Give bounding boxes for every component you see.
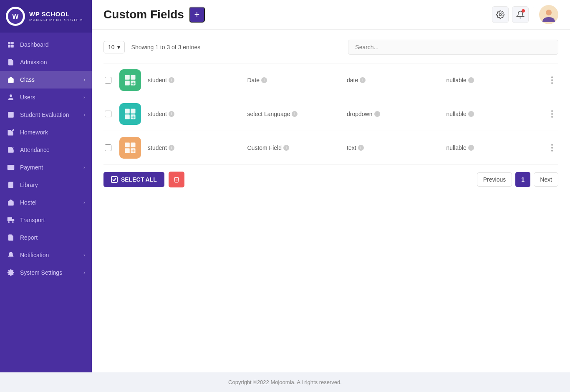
row-field-type-1: date i (347, 77, 440, 83)
chevron-right-icon: › (83, 112, 85, 118)
sidebar-item-system-settings[interactable]: System Settings › (0, 264, 92, 281)
copyright-text: Copyright ©2022 Mojoomla. All rights res… (228, 379, 342, 385)
select-all-button[interactable]: SELECT ALL (103, 172, 164, 187)
hostel-icon (7, 198, 15, 207)
field-name-value-1: Date (247, 77, 260, 83)
main-panel: Custom Fields + (92, 0, 570, 372)
sidebar-item-label: Users (20, 94, 78, 101)
row-menu-button-3[interactable] (551, 144, 553, 152)
checkbox-3[interactable] (105, 144, 111, 151)
search-box (348, 40, 558, 55)
svg-rect-28 (125, 109, 130, 114)
settings-button[interactable] (492, 6, 509, 23)
sidebar-item-homework[interactable]: Homework (0, 124, 92, 141)
report-icon (7, 233, 15, 242)
nullable-value-1: nullable (446, 77, 467, 83)
homework-icon (7, 128, 15, 137)
info-icon: i (468, 77, 474, 83)
sidebar-item-label: System Settings (20, 269, 78, 276)
row-field-name-2: select Language i (247, 111, 340, 117)
search-input[interactable] (348, 40, 558, 55)
admission-icon (7, 58, 15, 66)
row-nullable-2: nullable i (446, 111, 540, 117)
sidebar-item-student-evaluation[interactable]: Student Evaluation › (0, 106, 92, 124)
row-checkbox-1[interactable] (103, 77, 113, 83)
info-icon: i (360, 77, 366, 83)
sidebar: W WP SCHOOL MANAGEMENT SYSTEM Dashboard … (0, 0, 92, 372)
next-button[interactable]: Next (534, 172, 558, 187)
svg-rect-34 (125, 143, 130, 147)
checkbox-2[interactable] (105, 111, 111, 117)
users-icon (7, 93, 15, 101)
row-checkbox-2[interactable] (103, 111, 113, 117)
field-type-value-3: text (347, 144, 356, 151)
add-custom-field-button[interactable]: + (189, 7, 205, 23)
table-row: student i Custom Field i text i (103, 131, 558, 165)
svg-rect-35 (131, 143, 135, 147)
entries-info: Showing 1 to 3 of 3 entries (131, 44, 342, 51)
brand-name: WP SCHOOL MANAGEMENT SYSTEM (29, 10, 83, 23)
gear-icon (496, 10, 504, 19)
svg-rect-10 (8, 165, 15, 170)
row-actions-2[interactable] (546, 110, 558, 118)
sidebar-item-admission[interactable]: Admission (0, 53, 92, 71)
sidebar-nav: Dashboard Admission Class › Users (0, 33, 92, 372)
svg-rect-36 (125, 148, 130, 153)
sidebar-item-users[interactable]: Users › (0, 89, 92, 106)
row-menu-button-1[interactable] (551, 76, 553, 84)
svg-rect-2 (8, 42, 10, 44)
custom-fields-table: student i Date i date i (103, 63, 558, 165)
avatar[interactable] (539, 5, 558, 24)
sidebar-item-transport[interactable]: Transport (0, 211, 92, 229)
evaluation-icon (7, 111, 15, 119)
sidebar-item-library[interactable]: Library (0, 176, 92, 194)
svg-point-6 (10, 94, 12, 97)
class-icon (7, 76, 15, 84)
per-page-select[interactable]: 10 ▾ (103, 41, 125, 53)
sidebar-item-attendance[interactable]: Attendance (0, 141, 92, 159)
info-icon: i (169, 111, 174, 117)
chevron-right-icon: › (83, 94, 85, 100)
sidebar-item-report[interactable]: Report (0, 229, 92, 246)
previous-button[interactable]: Previous (477, 172, 512, 187)
page-title: Custom Fields + (103, 7, 487, 23)
svg-point-21 (546, 10, 552, 15)
row-actions-1[interactable] (546, 76, 558, 84)
row-nullable-1: nullable i (446, 77, 540, 83)
row-icon-3 (119, 137, 141, 159)
svg-rect-3 (11, 42, 14, 44)
row-actions-3[interactable] (546, 144, 558, 152)
svg-rect-7 (8, 112, 14, 118)
checkbox-1[interactable] (105, 77, 111, 83)
table-row: student i select Language i dropdown (103, 97, 558, 131)
row-entity-2: student i (148, 111, 241, 117)
svg-text:W: W (12, 13, 19, 20)
logo-icon: W (6, 7, 25, 26)
content-area: 10 ▾ Showing 1 to 3 of 3 entries (92, 30, 570, 372)
chevron-right-icon: › (83, 77, 85, 83)
notification-button[interactable] (512, 6, 529, 23)
sidebar-item-label: Library (20, 182, 85, 188)
delete-button[interactable] (169, 172, 184, 187)
svg-rect-24 (125, 81, 130, 85)
table-controls: 10 ▾ Showing 1 to 3 of 3 entries (103, 40, 558, 55)
sidebar-item-dashboard[interactable]: Dashboard (0, 36, 92, 53)
sidebar-item-label: Class (20, 76, 78, 83)
info-icon: i (468, 145, 474, 151)
sidebar-item-notification[interactable]: Notification › (0, 246, 92, 264)
svg-marker-13 (12, 219, 14, 221)
row-icon-1 (119, 69, 141, 91)
chevron-right-icon: › (83, 164, 85, 170)
select-all-label: SELECT ALL (121, 176, 157, 183)
info-icon: i (283, 145, 289, 151)
sidebar-item-hostel[interactable]: Hostel › (0, 194, 92, 211)
topbar: Custom Fields + (92, 0, 570, 30)
info-icon: i (261, 77, 267, 83)
sidebar-item-payment[interactable]: Payment › (0, 159, 92, 176)
info-icon: i (374, 111, 380, 117)
row-field-type-2: dropdown i (347, 111, 440, 117)
row-menu-button-2[interactable] (551, 110, 553, 118)
sidebar-item-class[interactable]: Class › (0, 71, 92, 89)
row-checkbox-3[interactable] (103, 144, 113, 151)
current-page[interactable]: 1 (515, 172, 530, 187)
